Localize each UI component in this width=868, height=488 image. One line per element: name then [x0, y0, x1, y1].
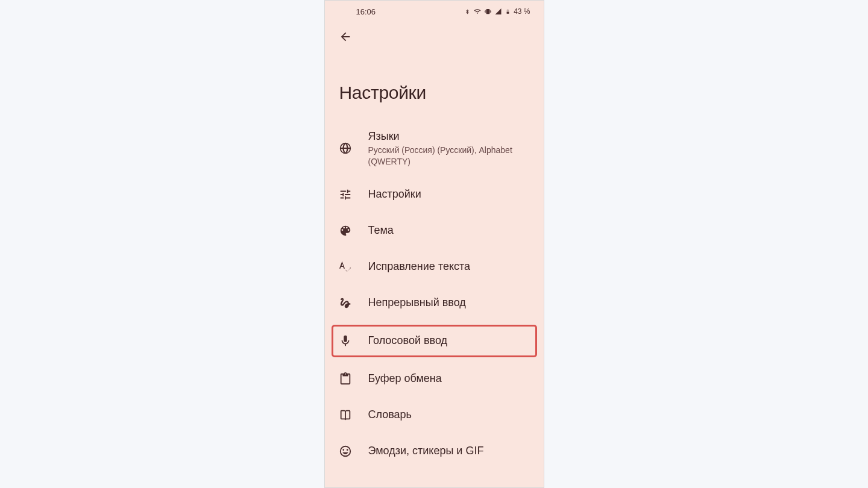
status-time: 16:06 [356, 7, 376, 16]
page-title: Настройки [339, 83, 529, 103]
menu-item-3[interactable]: Исправление текста [325, 249, 544, 285]
menu-item-text: Настройки [368, 187, 532, 201]
signal-icon [494, 8, 502, 15]
menu-item-text: Словарь [368, 408, 532, 422]
dictionary-icon [338, 408, 353, 422]
battery-percent: 43 % [514, 7, 530, 16]
gesture-icon [338, 296, 353, 310]
menu-item-text: Исправление текста [368, 260, 532, 274]
status-bar: 16:06 43 % [325, 1, 544, 22]
menu-item-0[interactable]: ЯзыкиРусский (Россия) (Русский), Alphabe… [325, 120, 544, 177]
menu-item-8[interactable]: Эмодзи, стикеры и GIF [325, 433, 544, 469]
menu-item-6[interactable]: Буфер обмена [325, 361, 544, 397]
menu-item-label: Исправление текста [368, 260, 532, 274]
back-button[interactable] [336, 27, 355, 46]
globe-icon [338, 141, 353, 155]
menu-item-2[interactable]: Тема [325, 213, 544, 249]
menu-item-subtitle: Русский (Россия) (Русский), Alphabet (QW… [368, 145, 532, 166]
bluetooth-icon [465, 8, 470, 16]
palette-icon [338, 224, 353, 238]
menu-item-label: Языки [368, 130, 532, 143]
menu-item-text: Тема [368, 224, 532, 237]
clipboard-icon [338, 372, 353, 386]
emoji-icon [338, 444, 353, 458]
title-section: Настройки [325, 51, 544, 120]
settings-menu: ЯзыкиРусский (Россия) (Русский), Alphabe… [325, 120, 544, 469]
spellcheck-icon [338, 260, 353, 274]
battery-icon [505, 7, 511, 16]
status-indicators: 43 % [465, 7, 530, 16]
app-bar [325, 22, 544, 51]
menu-item-1[interactable]: Настройки [325, 177, 544, 213]
vibrate-icon [485, 8, 491, 15]
wifi-icon [473, 8, 482, 15]
menu-item-text: Непрерывный ввод [368, 296, 532, 310]
menu-item-label: Голосовой ввод [368, 334, 532, 348]
back-arrow-icon [339, 30, 352, 43]
sliders-icon [338, 187, 353, 202]
menu-item-label: Непрерывный ввод [368, 296, 532, 310]
menu-item-label: Настройки [368, 187, 532, 201]
menu-item-label: Словарь [368, 408, 532, 422]
menu-item-4[interactable]: Непрерывный ввод [325, 285, 544, 321]
phone-screen: 16:06 43 % Настройки ЯзыкиРусский (Росси… [324, 0, 544, 488]
menu-item-text: Эмодзи, стикеры и GIF [368, 444, 532, 458]
menu-item-text: Голосовой ввод [368, 334, 532, 348]
menu-item-7[interactable]: Словарь [325, 397, 544, 433]
menu-item-text: Буфер обмена [368, 372, 532, 386]
menu-item-label: Буфер обмена [368, 372, 532, 386]
menu-item-label: Эмодзи, стикеры и GIF [368, 444, 532, 458]
menu-item-5[interactable]: Голосовой ввод [330, 323, 539, 359]
menu-item-text: ЯзыкиРусский (Россия) (Русский), Alphabe… [368, 130, 532, 167]
mic-icon [338, 334, 353, 348]
menu-item-label: Тема [368, 224, 532, 237]
